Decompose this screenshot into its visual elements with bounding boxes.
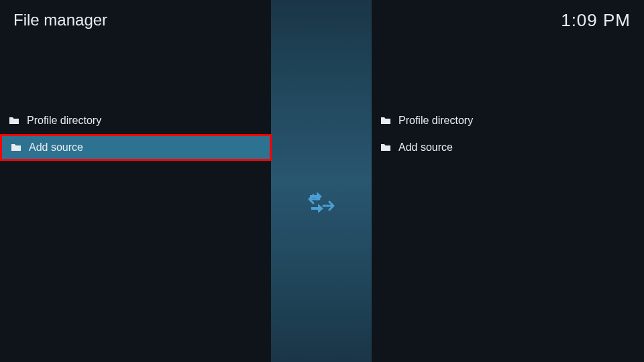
list-item-add-source[interactable]: Add source [372, 134, 643, 161]
page-title: File manager [13, 11, 107, 29]
list-item-profile-directory[interactable]: Profile directory [0, 107, 272, 134]
center-divider [271, 0, 372, 362]
list-item-add-source[interactable]: Add source [0, 134, 272, 161]
item-label: Add source [29, 141, 83, 154]
list-item-profile-directory[interactable]: Profile directory [372, 107, 643, 134]
item-label: Add source [398, 141, 453, 154]
clock: 1:09 PM [561, 10, 631, 31]
item-label: Profile directory [27, 115, 101, 127]
folder-icon [381, 117, 390, 125]
folder-icon [11, 143, 21, 152]
folder-icon [9, 117, 19, 125]
left-file-panel: Profile directory Add source [0, 107, 272, 161]
item-label: Profile directory [398, 115, 473, 127]
header: File manager 1:09 PM [0, 0, 644, 40]
transfer-arrows-icon [308, 192, 335, 213]
right-file-panel: Profile directory Add source [372, 107, 643, 161]
folder-icon [381, 143, 390, 152]
